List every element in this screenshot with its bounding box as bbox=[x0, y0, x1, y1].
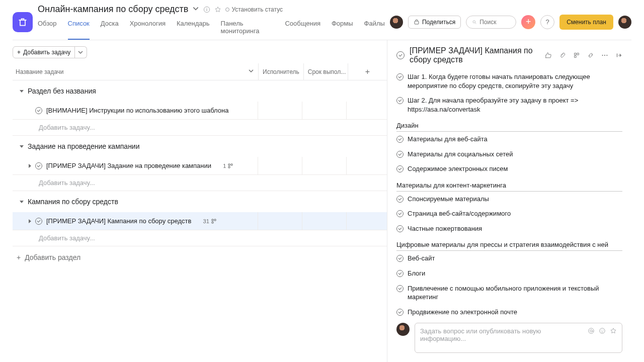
subtask-item[interactable]: Блоги bbox=[396, 266, 622, 281]
global-add-button[interactable]: + bbox=[521, 15, 535, 29]
search-input[interactable] bbox=[479, 19, 510, 26]
subtask-item[interactable]: Шаг 2. Для начала преобразуйте эту задач… bbox=[396, 93, 622, 117]
subtask-item[interactable]: Привлечение с помощью мобильного приложе… bbox=[396, 281, 622, 305]
detail-section-title[interactable]: Материалы для контент-маркетинга bbox=[396, 178, 622, 192]
collapse-icon[interactable] bbox=[20, 201, 24, 203]
add-task-dropdown[interactable] bbox=[74, 46, 87, 58]
project-icon bbox=[13, 12, 33, 32]
add-section-button[interactable]: +Добавить раздел bbox=[13, 246, 387, 268]
detail-section-title[interactable]: Дизайн bbox=[396, 119, 622, 132]
subtask-item[interactable]: Спонсируемые материалы bbox=[396, 192, 622, 207]
add-task-inline[interactable]: Добавить задачу... bbox=[13, 120, 387, 136]
subtask-item[interactable]: Страница веб-сайта/содержимого bbox=[396, 206, 622, 221]
add-task-inline[interactable]: Добавить задачу... bbox=[13, 230, 387, 246]
attachment-icon[interactable] bbox=[559, 52, 566, 59]
subtask-item[interactable]: Материалы для социальных сетей bbox=[396, 147, 622, 162]
complete-icon[interactable] bbox=[35, 107, 42, 114]
col-name-label[interactable]: Название задачи bbox=[16, 68, 64, 75]
subtask-item[interactable]: Веб-сайт bbox=[396, 251, 622, 266]
complete-icon[interactable] bbox=[35, 162, 42, 169]
link-icon[interactable] bbox=[587, 52, 594, 59]
complete-icon[interactable] bbox=[396, 309, 404, 316]
subtask-item[interactable]: Содержимое электронных писем bbox=[396, 161, 622, 176]
project-title[interactable]: Онлайн-кампания по сбору средств bbox=[38, 4, 188, 15]
task-row[interactable]: [ВНИМАНИЕ] Инструкции по использованию э… bbox=[13, 102, 387, 120]
project-menu-caret[interactable] bbox=[192, 5, 199, 14]
user-avatar[interactable] bbox=[618, 16, 631, 29]
tab-Календарь[interactable]: Календарь bbox=[177, 17, 210, 40]
subtask-item[interactable]: Материалы для веб-сайта bbox=[396, 132, 622, 147]
subtask-item[interactable]: Частные пожертвования bbox=[396, 221, 622, 236]
upgrade-button[interactable]: Сменить план bbox=[559, 15, 613, 30]
tab-Хронология[interactable]: Хронология bbox=[130, 17, 166, 40]
sort-caret-icon[interactable] bbox=[248, 68, 254, 75]
add-task-button[interactable]: +Добавить задачу bbox=[13, 46, 75, 58]
star-comment-icon[interactable] bbox=[610, 327, 617, 336]
col-assignee-label[interactable]: Исполнитель bbox=[258, 63, 303, 80]
col-due-label[interactable]: Срок выпол... bbox=[303, 63, 348, 80]
tab-Сообщения[interactable]: Сообщения bbox=[285, 17, 320, 40]
tab-Доска[interactable]: Доска bbox=[101, 17, 119, 40]
complete-icon[interactable] bbox=[396, 225, 404, 232]
status-chip[interactable]: Установить статус bbox=[225, 6, 283, 13]
subtask-text: Материалы для веб-сайта bbox=[408, 135, 622, 144]
close-panel-icon[interactable] bbox=[615, 52, 622, 59]
complete-icon[interactable] bbox=[396, 151, 404, 158]
subtask-text: Содержимое электронных писем bbox=[408, 164, 622, 173]
tab-Панель мониторинга[interactable]: Панель мониторинга bbox=[221, 17, 274, 40]
info-icon[interactable] bbox=[203, 6, 210, 13]
member-avatar[interactable] bbox=[390, 16, 403, 29]
svg-point-11 bbox=[601, 330, 602, 330]
column-header: Название задачи Исполнитель Срок выпол..… bbox=[13, 63, 387, 80]
complete-icon[interactable] bbox=[396, 165, 404, 172]
star-icon[interactable] bbox=[214, 6, 221, 13]
task-row[interactable]: [ПРИМЕР ЗАДАЧИ] Задание на проведение ка… bbox=[13, 157, 387, 175]
search-box[interactable] bbox=[466, 16, 516, 29]
complete-task-icon[interactable] bbox=[396, 51, 405, 59]
collapse-icon[interactable] bbox=[20, 145, 24, 148]
tab-Обзор[interactable]: Обзор bbox=[38, 17, 57, 40]
tab-Список[interactable]: Список bbox=[68, 17, 90, 40]
svg-rect-3 bbox=[415, 21, 419, 24]
subtask-item[interactable]: Шаг 1. Когда будете готовы начать планир… bbox=[396, 69, 622, 93]
complete-icon[interactable] bbox=[396, 196, 404, 203]
expand-icon[interactable] bbox=[29, 164, 31, 168]
share-button[interactable]: Поделиться bbox=[408, 16, 461, 29]
complete-icon[interactable] bbox=[396, 210, 404, 217]
complete-icon[interactable] bbox=[396, 136, 404, 143]
like-icon[interactable] bbox=[545, 52, 552, 59]
task-row[interactable]: [ПРИМЕР ЗАДАЧИ] Кампания по сбору средст… bbox=[13, 212, 387, 230]
mention-icon[interactable] bbox=[588, 327, 595, 336]
comment-avatar bbox=[396, 323, 410, 336]
emoji-icon[interactable] bbox=[599, 327, 606, 336]
svg-point-1 bbox=[207, 8, 207, 8]
help-button[interactable]: ? bbox=[540, 15, 554, 29]
complete-icon[interactable] bbox=[35, 218, 42, 225]
section-title: Задание на проведение кампании bbox=[28, 142, 140, 150]
add-column-button[interactable]: + bbox=[365, 67, 370, 76]
section-header[interactable]: Кампания по сбору средств bbox=[13, 191, 387, 212]
complete-icon[interactable] bbox=[396, 270, 404, 277]
more-icon[interactable] bbox=[601, 52, 608, 59]
tab-Формы[interactable]: Формы bbox=[332, 17, 353, 40]
task-name: [ВНИМАНИЕ] Инструкции по использованию э… bbox=[46, 107, 228, 114]
collapse-icon[interactable] bbox=[20, 90, 24, 93]
subtask-icon[interactable] bbox=[573, 52, 580, 59]
detail-pane: [ПРИМЕР ЗАДАЧИ] Кампания по сбору средст… bbox=[387, 40, 631, 362]
svg-rect-2 bbox=[207, 9, 207, 11]
complete-icon[interactable] bbox=[396, 255, 404, 262]
comment-input[interactable]: Задать вопрос или опубликовать новую инф… bbox=[415, 323, 622, 353]
expand-icon[interactable] bbox=[29, 219, 31, 223]
section-header[interactable]: Раздел без названия bbox=[13, 80, 387, 102]
add-task-inline[interactable]: Добавить задачу... bbox=[13, 175, 387, 191]
svg-point-6 bbox=[604, 55, 605, 56]
complete-icon[interactable] bbox=[396, 285, 404, 292]
detail-title[interactable]: [ПРИМЕР ЗАДАЧИ] Кампания по сбору средст… bbox=[410, 46, 540, 64]
subtask-count: 31 bbox=[203, 218, 217, 224]
subtask-item[interactable]: Продвижение по электронной почте bbox=[396, 305, 622, 317]
complete-icon[interactable] bbox=[396, 97, 404, 104]
tab-Файлы[interactable]: Файлы bbox=[364, 17, 385, 40]
complete-icon[interactable] bbox=[396, 73, 404, 80]
section-header[interactable]: Задание на проведение кампании bbox=[13, 136, 387, 157]
detail-section-title[interactable]: Цифровые материалы для прессы и стратеги… bbox=[396, 238, 622, 251]
